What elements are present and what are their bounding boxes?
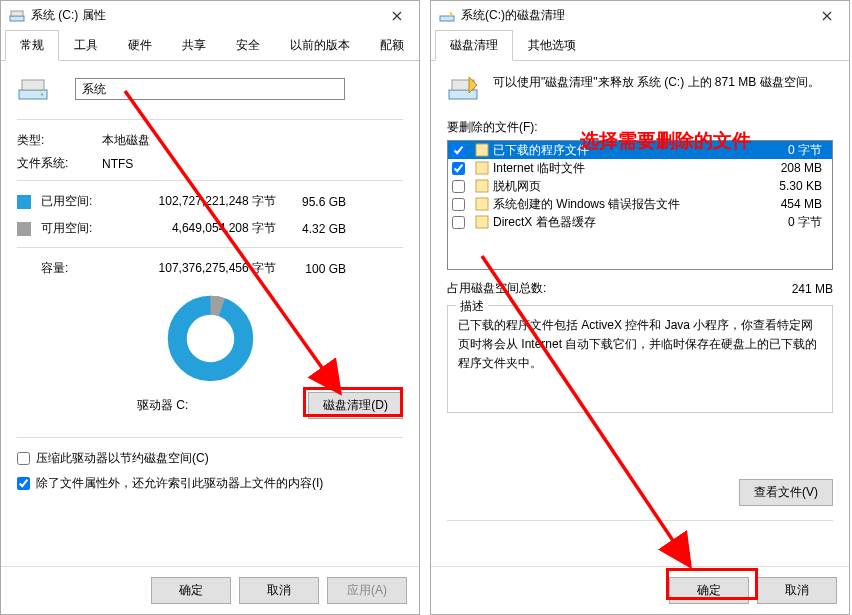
file-name: 脱机网页 bbox=[493, 178, 758, 195]
svg-rect-10 bbox=[476, 162, 488, 174]
intro-text: 可以使用"磁盘清理"来释放 系统 (C:) 上的 871 MB 磁盘空间。 bbox=[493, 73, 833, 91]
volume-name-input[interactable] bbox=[75, 78, 345, 100]
drive-letter-label: 驱动器 C: bbox=[17, 397, 308, 414]
allowindex-checkbox[interactable] bbox=[17, 477, 30, 490]
close-icon bbox=[392, 11, 402, 21]
file-icon bbox=[474, 160, 490, 176]
filesystem-label: 文件系统: bbox=[17, 155, 102, 172]
close-button[interactable] bbox=[804, 1, 849, 30]
total-label: 占用磁盘空间总数: bbox=[447, 280, 792, 297]
file-row[interactable]: DirectX 着色器缓存0 字节 bbox=[448, 213, 832, 231]
svg-rect-0 bbox=[10, 16, 24, 21]
compress-label: 压缩此驱动器以节约磁盘空间(C) bbox=[36, 450, 209, 467]
properties-window: 系统 (C:) 属性 常规工具硬件共享安全以前的版本配额 类型:本地磁盘 文件系… bbox=[0, 0, 420, 615]
apply-button[interactable]: 应用(A) bbox=[327, 577, 407, 604]
tab-常规[interactable]: 常规 bbox=[5, 30, 59, 61]
close-icon bbox=[822, 11, 832, 21]
tab-硬件[interactable]: 硬件 bbox=[113, 30, 167, 60]
free-bytes: 4,649,054,208 字节 bbox=[116, 220, 276, 237]
free-label: 可用空间: bbox=[41, 220, 116, 237]
svg-rect-9 bbox=[476, 144, 488, 156]
svg-rect-11 bbox=[476, 180, 488, 192]
file-row[interactable]: 已下载的程序文件0 字节 bbox=[448, 141, 832, 159]
description-title: 描述 bbox=[456, 298, 488, 315]
files-listbox[interactable]: 已下载的程序文件0 字节Internet 临时文件208 MB脱机网页5.30 … bbox=[447, 140, 833, 270]
tab-配额[interactable]: 配额 bbox=[365, 30, 419, 60]
dialog-footer: 确定 取消 bbox=[431, 566, 849, 614]
file-size: 5.30 KB bbox=[758, 179, 828, 193]
svg-rect-1 bbox=[11, 11, 23, 16]
window-title: 系统(C:)的磁盘清理 bbox=[461, 7, 804, 24]
svg-point-5 bbox=[177, 305, 244, 372]
tab-content: 类型:本地磁盘 文件系统:NTFS 已用空间: 102,727,221,248 … bbox=[1, 61, 419, 566]
file-name: 系统创建的 Windows 错误报告文件 bbox=[493, 196, 758, 213]
file-icon bbox=[474, 196, 490, 212]
ok-button[interactable]: 确定 bbox=[151, 577, 231, 604]
capacity-label: 容量: bbox=[41, 260, 116, 277]
tab-以前的版本[interactable]: 以前的版本 bbox=[275, 30, 365, 60]
window-title: 系统 (C:) 属性 bbox=[31, 7, 374, 24]
cancel-button[interactable]: 取消 bbox=[239, 577, 319, 604]
capacity-bytes: 107,376,275,456 字节 bbox=[116, 260, 276, 277]
file-row[interactable]: 系统创建的 Windows 错误报告文件454 MB bbox=[448, 195, 832, 213]
free-color-box bbox=[17, 222, 31, 236]
tabs: 常规工具硬件共享安全以前的版本配额 bbox=[1, 30, 419, 61]
tab-共享[interactable]: 共享 bbox=[167, 30, 221, 60]
titlebar: 系统 (C:) 属性 bbox=[1, 1, 419, 30]
close-button[interactable] bbox=[374, 1, 419, 30]
tabs: 磁盘清理其他选项 bbox=[431, 30, 849, 61]
total-value: 241 MB bbox=[792, 282, 833, 296]
capacity-gb: 100 GB bbox=[286, 262, 346, 276]
file-name: DirectX 着色器缓存 bbox=[493, 214, 758, 231]
type-value: 本地磁盘 bbox=[102, 132, 150, 149]
svg-rect-7 bbox=[449, 90, 477, 99]
used-gb: 95.6 GB bbox=[286, 195, 346, 209]
cancel-button[interactable]: 取消 bbox=[757, 577, 837, 604]
tab-工具[interactable]: 工具 bbox=[59, 30, 113, 60]
file-checkbox[interactable] bbox=[452, 180, 465, 193]
drive-icon bbox=[9, 8, 25, 24]
used-label: 已用空间: bbox=[41, 193, 116, 210]
svg-rect-3 bbox=[22, 80, 44, 90]
file-checkbox[interactable] bbox=[452, 198, 465, 211]
file-checkbox[interactable] bbox=[452, 216, 465, 229]
titlebar: 系统(C:)的磁盘清理 bbox=[431, 1, 849, 30]
tab-其他选项[interactable]: 其他选项 bbox=[513, 30, 591, 60]
drive-icon bbox=[17, 73, 49, 105]
used-color-box bbox=[17, 195, 31, 209]
file-name: Internet 临时文件 bbox=[493, 160, 758, 177]
file-size: 0 字节 bbox=[758, 142, 828, 159]
file-icon bbox=[474, 214, 490, 230]
tab-磁盘清理[interactable]: 磁盘清理 bbox=[435, 30, 513, 61]
disk-cleanup-button[interactable]: 磁盘清理(D) bbox=[308, 392, 403, 419]
description-groupbox: 描述 已下载的程序文件包括 ActiveX 控件和 Java 小程序，你查看特定… bbox=[447, 305, 833, 413]
svg-rect-13 bbox=[476, 216, 488, 228]
svg-point-4 bbox=[41, 93, 44, 96]
svg-rect-12 bbox=[476, 198, 488, 210]
compress-checkbox[interactable] bbox=[17, 452, 30, 465]
disk-cleanup-window: 系统(C:)的磁盘清理 磁盘清理其他选项 可以使用"磁盘清理"来释放 系统 (C… bbox=[430, 0, 850, 615]
files-to-delete-label: 要删除的文件(F): bbox=[447, 119, 833, 136]
description-text: 已下载的程序文件包括 ActiveX 控件和 Java 小程序，你查看特定网页时… bbox=[458, 316, 822, 374]
file-size: 0 字节 bbox=[758, 214, 828, 231]
file-row[interactable]: Internet 临时文件208 MB bbox=[448, 159, 832, 177]
ok-button[interactable]: 确定 bbox=[669, 577, 749, 604]
file-name: 已下载的程序文件 bbox=[493, 142, 758, 159]
file-checkbox[interactable] bbox=[452, 144, 465, 157]
usage-donut-chart bbox=[163, 291, 258, 386]
type-label: 类型: bbox=[17, 132, 102, 149]
tab-content: 可以使用"磁盘清理"来释放 系统 (C:) 上的 871 MB 磁盘空间。 要删… bbox=[431, 61, 849, 566]
cleanup-icon bbox=[439, 8, 455, 24]
tab-安全[interactable]: 安全 bbox=[221, 30, 275, 60]
file-size: 208 MB bbox=[758, 161, 828, 175]
svg-rect-6 bbox=[440, 16, 454, 21]
view-files-button[interactable]: 查看文件(V) bbox=[739, 479, 833, 506]
file-checkbox[interactable] bbox=[452, 162, 465, 175]
used-bytes: 102,727,221,248 字节 bbox=[116, 193, 276, 210]
file-size: 454 MB bbox=[758, 197, 828, 211]
cleanup-icon bbox=[447, 73, 479, 105]
filesystem-value: NTFS bbox=[102, 157, 133, 171]
file-row[interactable]: 脱机网页5.30 KB bbox=[448, 177, 832, 195]
file-icon bbox=[474, 178, 490, 194]
allowindex-label: 除了文件属性外，还允许索引此驱动器上文件的内容(I) bbox=[36, 475, 323, 492]
